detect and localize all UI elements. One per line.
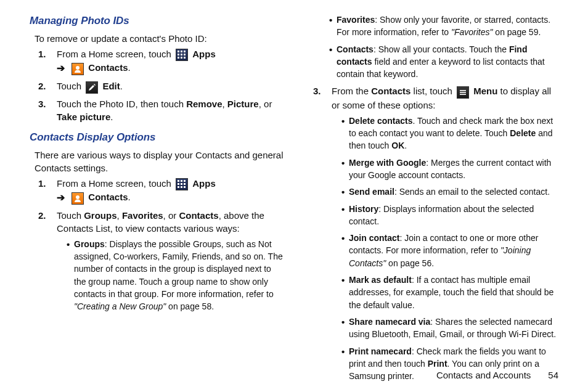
opt-label: Mark as default — [349, 275, 412, 285]
svg-rect-16 — [178, 186, 179, 188]
bullet-list-cont: Favorites: Show only your favorite, or s… — [304, 14, 558, 80]
bullet-list: Groups: Displays the possible Groups, su… — [57, 238, 284, 313]
step-text: Touch — [57, 81, 84, 91]
svg-rect-7 — [181, 57, 182, 59]
step-text: From a Home screen, touch — [57, 49, 174, 59]
svg-rect-11 — [181, 180, 182, 182]
xref-page: on page 56. — [386, 258, 434, 268]
step-text: list, touch — [410, 86, 455, 96]
step-3: 3. From the Contacts list, touch Menu to… — [328, 84, 558, 382]
apps-icon — [176, 49, 188, 61]
contacts-desc: : Show all your contacts. Touch the — [374, 44, 509, 54]
step-text: Touch the Photo ID, then touch — [57, 99, 186, 109]
picture-label: Picture — [227, 99, 259, 109]
edit-label: Edit — [102, 81, 120, 91]
step-1: 1. From a Home screen, touch Apps ➔ Cont… — [53, 177, 284, 205]
ok-label: OK — [391, 141, 404, 150]
print-label: Print — [428, 359, 447, 369]
bullet-contacts: Contacts: Show all your contacts. Touch … — [329, 43, 558, 81]
opt-label: Share namecard via — [349, 317, 430, 327]
step-text: Touch — [57, 210, 84, 221]
opt-desc: : Sends an email to the selected contact… — [394, 187, 550, 197]
delete-label: Delete — [510, 128, 536, 138]
steps-managing: 1. From a Home screen, touch Apps ➔ Cont… — [30, 47, 284, 123]
menu-join: Join contact: Join a contact to one or m… — [341, 232, 558, 269]
contacts-icon — [71, 63, 84, 75]
menu-history: History: Displays information about the … — [341, 203, 558, 228]
svg-rect-10 — [178, 180, 179, 182]
arrow-icon: ➔ — [57, 62, 65, 76]
svg-rect-12 — [184, 180, 186, 182]
step-2: 2. Touch Edit. — [53, 80, 284, 94]
svg-rect-21 — [460, 92, 466, 94]
menu-delete: Delete contacts. Touch and check mark th… — [341, 115, 558, 152]
manual-page: Managing Photo IDs To remove or update a… — [0, 0, 588, 370]
step-text: From a Home screen, touch — [57, 178, 174, 189]
svg-point-9 — [76, 66, 80, 70]
contacts-bold: Contacts — [337, 44, 374, 54]
apps-icon — [176, 178, 188, 190]
xref-creating-group: "Creating a New Group" — [74, 301, 166, 311]
opt-label: Print namecard — [349, 346, 412, 356]
steps-menu: 3. From the Contacts list, touch Menu to… — [304, 84, 558, 382]
svg-point-19 — [76, 195, 80, 199]
svg-rect-18 — [184, 186, 186, 188]
contacts-tab-label: Contacts — [179, 210, 218, 221]
svg-rect-3 — [178, 54, 179, 55]
menu-send-email: Send email: Sends an email to the select… — [341, 186, 558, 198]
step-3: 3. Touch the Photo ID, then touch Remove… — [53, 97, 284, 124]
contacts-label: Contacts — [88, 62, 128, 73]
groups-desc: : Displays the possible Groups, such as … — [74, 239, 283, 299]
menu-share-namecard: Share namecard via: Shares the selected … — [341, 316, 558, 341]
svg-rect-22 — [460, 94, 466, 96]
menu-options: Delete contacts. Touch and check mark th… — [332, 115, 558, 383]
menu-print-namecard: Print namecard: Check mark the fields yo… — [341, 345, 558, 383]
svg-rect-14 — [181, 183, 182, 185]
take-picture-label: Take picture — [57, 112, 110, 122]
svg-rect-15 — [184, 183, 186, 185]
intro-text: There are various ways to display your C… — [35, 149, 284, 175]
opt-label: Merge with Google — [349, 158, 426, 168]
menu-label: Menu — [473, 86, 497, 96]
edit-icon — [86, 81, 98, 94]
steps-display: 1. From a Home screen, touch Apps ➔ Cont… — [30, 177, 284, 312]
svg-rect-8 — [184, 57, 186, 59]
remove-label: Remove — [186, 99, 222, 109]
svg-rect-6 — [178, 57, 179, 59]
arrow-icon: ➔ — [57, 191, 65, 205]
intro-text: To remove or update a contact's Photo ID… — [35, 32, 284, 45]
svg-rect-13 — [178, 183, 179, 185]
contacts-icon — [71, 192, 84, 205]
xref-favorites: "Favorites" — [451, 27, 493, 37]
step-2: 2. Touch Groups, Favorites, or Contacts,… — [53, 209, 284, 312]
svg-rect-0 — [178, 51, 179, 52]
menu-merge: Merge with Google: Merges the current co… — [341, 157, 558, 182]
groups-bold: Groups — [74, 239, 105, 249]
opt-label: Send email — [349, 187, 394, 197]
xref-page: on page 58. — [166, 301, 214, 311]
apps-label: Apps — [192, 178, 216, 189]
heading-managing-photo-ids: Managing Photo IDs — [30, 14, 284, 28]
menu-icon — [457, 86, 469, 99]
opt-label: Join contact — [349, 233, 399, 243]
apps-label: Apps — [192, 49, 216, 59]
favorites-bold: Favorites — [337, 15, 375, 25]
groups-label: Groups — [84, 210, 116, 221]
svg-rect-1 — [181, 51, 182, 52]
xref-page: on page 59. — [492, 27, 541, 37]
menu-mark-default: Mark as default: If a contact has multip… — [341, 274, 558, 311]
heading-contacts-display: Contacts Display Options — [30, 130, 284, 145]
step-1: 1. From a Home screen, touch Apps ➔ Cont… — [53, 47, 284, 76]
svg-rect-2 — [184, 51, 186, 52]
svg-rect-17 — [181, 186, 182, 188]
opt-label: History — [349, 204, 378, 214]
bullet-favorites: Favorites: Show only your favorite, or s… — [329, 14, 558, 39]
svg-rect-20 — [460, 90, 466, 91]
step-text: From the — [332, 86, 371, 96]
contacts-list-label: Contacts — [371, 86, 410, 96]
svg-rect-5 — [184, 54, 186, 55]
opt-label: Delete contacts — [349, 116, 412, 126]
favorites-label: Favorites — [122, 210, 163, 221]
left-column: Managing Photo IDs To remove or update a… — [30, 14, 284, 365]
contacts-label: Contacts — [88, 192, 128, 202]
